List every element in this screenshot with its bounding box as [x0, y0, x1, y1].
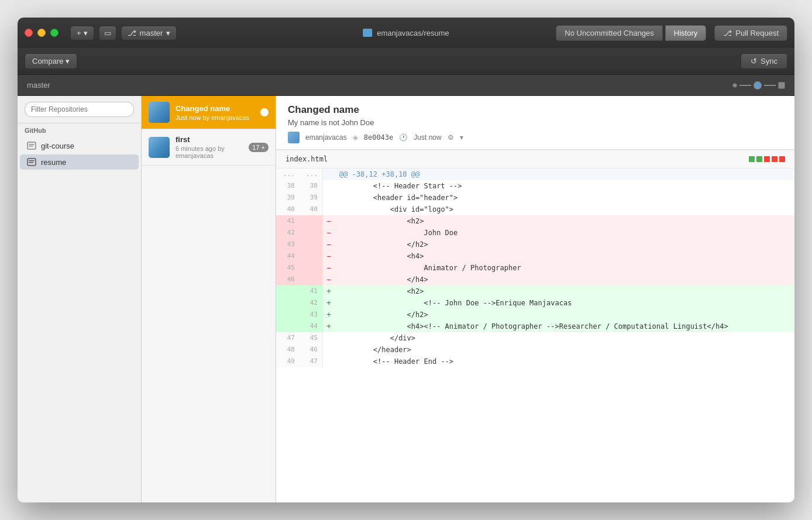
line-num-old-8: 45 — [276, 262, 300, 274]
traffic-lights — [25, 29, 59, 37]
stat-removed-3 — [779, 156, 785, 162]
diff-line-4: 41− <h2> — [276, 215, 794, 227]
compare-button[interactable]: Compare ▾ — [25, 53, 77, 69]
line-indicator-9: − — [323, 274, 335, 285]
line-indicator-8: − — [323, 262, 335, 274]
branch-line-2 — [764, 85, 776, 86]
diff-meta: emanjavacas ◈ 8e0043e 🕐 Just now ⚙ ▾ — [288, 132, 783, 143]
line-num-old-15: 48 — [276, 344, 300, 356]
sidebar-filter-container — [18, 96, 141, 123]
commit-item-changed-name[interactable]: Changed name Just now by emanjavacas — [142, 96, 276, 129]
diff-subtitle: My name is not John Doe — [288, 118, 783, 127]
sidebar-toggle-button[interactable]: ▭ — [99, 26, 116, 40]
diff-line-13: 44+ <h4><!-- Animator / Photographer -->… — [276, 321, 794, 332]
line-content-11: <!-- John Doe -->Enrique Manjavacas — [335, 297, 794, 309]
commit-item-first[interactable]: first 6 minutes ago by emanjavacas 17 + — [142, 129, 276, 166]
sidebar-icon: ▭ — [104, 29, 111, 37]
line-num-old-1: 38 — [276, 180, 300, 192]
line-num-new-11: 42 — [300, 297, 323, 309]
diff-line-3: 4040 <div id="logo"> — [276, 204, 794, 215]
sidebar-section-github: GitHub — [18, 123, 141, 137]
diff-dropdown-icon[interactable]: ▾ — [460, 133, 463, 142]
line-num-old-0: ... — [276, 168, 300, 180]
line-num-new-15: 46 — [300, 344, 323, 356]
diff-line-12: 43+ </h2> — [276, 309, 794, 321]
line-num-new-8 — [300, 262, 323, 274]
line-num-new-14: 45 — [300, 332, 323, 344]
branch-selector-button[interactable]: ⎇ master ▾ — [121, 26, 177, 40]
diff-time: Just now — [414, 133, 441, 142]
diff-author-avatar — [288, 132, 300, 143]
line-content-0: @@ -38,12 +38,10 @@ — [335, 168, 794, 180]
maximize-button[interactable] — [50, 29, 59, 37]
line-num-new-12: 43 — [300, 309, 323, 321]
diff-hash: 8e0043e — [364, 133, 394, 142]
diff-line-0: ......@@ -38,12 +38,10 @@ — [276, 168, 794, 180]
line-num-new-7 — [300, 250, 323, 262]
commit-info-2: first 6 minutes ago by emanjavacas — [176, 135, 243, 159]
repo-title: emanjavacas/resume — [377, 29, 449, 37]
stat-added-2 — [756, 156, 762, 162]
line-num-old-14: 47 — [276, 332, 300, 344]
line-num-old-2: 39 — [276, 192, 300, 204]
sidebar-item-resume-label: resume — [41, 158, 66, 167]
line-content-9: </h4> — [335, 274, 794, 285]
diff-line-6: 43− </h2> — [276, 239, 794, 250]
line-content-14: </div> — [335, 332, 794, 344]
app-window: + ▾ ▭ ⎇ master ▾ emanjavacas/resume No U… — [18, 18, 794, 502]
repo-folder-icon — [363, 29, 372, 37]
sync-icon: ↺ — [751, 57, 757, 66]
add-button[interactable]: + ▾ — [70, 26, 94, 40]
commit-avatar-1 — [149, 102, 170, 123]
toolbar: Compare ▾ ↺ Sync — [18, 48, 794, 75]
line-num-old-13 — [276, 321, 300, 332]
clock-icon: 🕐 — [399, 133, 408, 142]
diff-line-7: 44− <h4> — [276, 250, 794, 262]
main-content: GitHub git-course resume — [18, 96, 794, 502]
diff-author: emanjavacas — [305, 133, 347, 142]
file-stats — [749, 156, 785, 162]
line-num-new-2: 39 — [300, 192, 323, 204]
line-indicator-10: + — [323, 285, 335, 297]
diff-line-14: 4745 </div> — [276, 332, 794, 344]
line-num-new-10: 41 — [300, 285, 323, 297]
diff-line-2: 3939 <header id="header"> — [276, 192, 794, 204]
line-content-5: John Doe — [335, 227, 794, 239]
commit-indicator-1 — [260, 108, 269, 116]
history-button[interactable]: History — [665, 25, 706, 41]
commit-meta-2: 6 minutes ago by emanjavacas — [176, 145, 243, 159]
diff-line-1: 3838 <!-- Header Start --> — [276, 180, 794, 192]
titlebar-right-controls: No Uncommitted Changes History ⎇ Pull Re… — [556, 25, 787, 41]
minimize-button[interactable] — [37, 29, 46, 37]
line-indicator-12: + — [323, 309, 335, 321]
filter-repositories-input[interactable] — [25, 102, 134, 117]
uncommitted-changes-button[interactable]: No Uncommitted Changes — [556, 25, 662, 41]
svg-rect-5 — [29, 162, 33, 163]
diff-header: Changed name My name is not John Doe ema… — [276, 96, 794, 150]
line-num-old-11 — [276, 297, 300, 309]
diff-line-10: 41+ <h2> — [276, 285, 794, 297]
sync-button[interactable]: ↺ Sync — [741, 53, 787, 69]
plus-icon: + — [77, 29, 81, 37]
svg-rect-1 — [29, 144, 35, 145]
line-num-new-16: 47 — [300, 356, 323, 367]
line-indicator-13: + — [323, 321, 335, 332]
hash-separator: ◈ — [353, 133, 358, 142]
pull-request-button[interactable]: ⎇ Pull Request — [714, 25, 787, 41]
line-num-new-3: 40 — [300, 204, 323, 215]
close-button[interactable] — [25, 29, 33, 37]
diff-title: Changed name — [288, 104, 783, 116]
branch-icon: ⎇ — [128, 29, 136, 37]
avatar-image-1 — [149, 102, 170, 123]
file-name: index.html — [285, 155, 328, 163]
line-content-13: <h4><!-- Animator / Photographer -->Rese… — [335, 321, 794, 332]
line-indicator-16 — [323, 356, 335, 367]
sidebar-item-git-course[interactable]: git-course — [20, 138, 139, 153]
branch-name-label: master — [140, 29, 163, 37]
line-indicator-6: − — [323, 239, 335, 250]
sidebar-item-resume[interactable]: resume — [20, 154, 139, 170]
line-content-2: <header id="header"> — [335, 192, 794, 204]
line-content-3: <div id="logo"> — [335, 204, 794, 215]
sidebar-section-label: GitHub — [25, 127, 134, 134]
diff-gear-icon[interactable]: ⚙ — [448, 133, 454, 142]
